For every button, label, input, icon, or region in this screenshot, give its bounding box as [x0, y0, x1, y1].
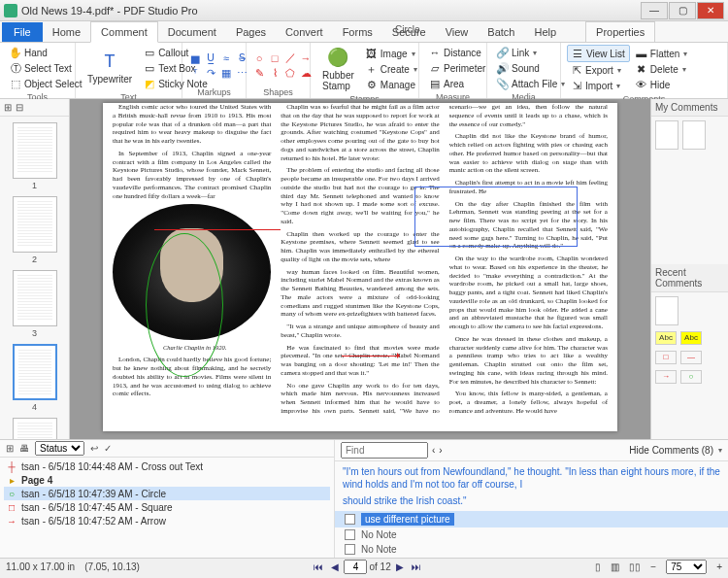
note-row[interactable]: No Note	[335, 542, 728, 557]
page-input[interactable]	[344, 560, 367, 574]
prev-page-button[interactable]: ◀	[328, 561, 342, 572]
shape-square[interactable]: □	[268, 51, 281, 65]
markup-replace[interactable]: ↷	[204, 67, 217, 81]
note-row[interactable]: No Note	[335, 527, 728, 542]
note-row[interactable]: use different picture	[335, 511, 728, 527]
view-list-button[interactable]: ☰View List	[567, 45, 630, 62]
next-page-button[interactable]: ▶	[393, 561, 407, 572]
tab-document[interactable]: Document	[158, 22, 226, 42]
view-continuous-icon[interactable]: ▥	[611, 561, 619, 572]
markup-squiggly[interactable]: ≈	[219, 51, 233, 65]
shape-pencil[interactable]: ✎	[252, 67, 266, 81]
shape-polygon[interactable]: ⬠	[283, 67, 297, 81]
check-icon[interactable]: ✓	[104, 443, 112, 454]
reply-icon[interactable]: ↩	[90, 443, 98, 454]
page-preview[interactable]	[682, 120, 706, 150]
flatten-button[interactable]: ▬Flatten▾	[632, 46, 692, 61]
sound-icon: 🔊	[497, 62, 509, 74]
expand-all-icon[interactable]: ⊞	[6, 443, 14, 454]
tab-home[interactable]: Home	[43, 22, 90, 42]
status-select[interactable]: Status	[35, 441, 84, 456]
export-button[interactable]: ⇱Export▾	[567, 62, 630, 78]
minimize-button[interactable]: —	[641, 2, 668, 19]
sound-button[interactable]: 🔊Sound	[493, 60, 569, 76]
tab-convert[interactable]: Convert	[276, 22, 333, 42]
tab-comment[interactable]: Comment	[90, 21, 158, 43]
import-button[interactable]: ⇲Import▾	[567, 78, 630, 93]
tab-properties[interactable]: Properties	[585, 21, 655, 42]
link-button[interactable]: 🔗Link▾	[493, 45, 569, 60]
thumb-tool-icon2[interactable]: ⊟	[16, 102, 23, 113]
swatch-abc[interactable]: Abc	[680, 331, 702, 345]
print-comments-icon[interactable]: 🖶	[19, 443, 29, 454]
tab-batch[interactable]: Batch	[478, 22, 524, 42]
last-page-button[interactable]: ⏭	[409, 561, 424, 572]
swatch-arrow[interactable]: →	[655, 370, 677, 384]
rubber-stamp-button[interactable]: 🟢Rubber Stamp	[316, 45, 360, 93]
tab-forms[interactable]: Forms	[333, 22, 382, 42]
hand-tool[interactable]: ✋Hand	[6, 45, 85, 60]
thumb-3[interactable]	[13, 270, 57, 326]
close-button[interactable]: ✕	[697, 2, 724, 19]
view-facing-icon[interactable]: ▯▯	[629, 561, 641, 572]
find-input[interactable]	[341, 442, 428, 459]
square-icon: □	[6, 501, 17, 513]
swatch-square[interactable]: □	[655, 351, 677, 364]
tab-view[interactable]: View	[436, 22, 479, 42]
zoom-in-button[interactable]: +	[716, 561, 722, 572]
manage-stamp-button[interactable]: ⚙Manage	[362, 77, 421, 92]
view-single-icon[interactable]: ▯	[595, 561, 601, 572]
comment-page-row[interactable]: ▸Page 4	[4, 473, 330, 487]
document-canvas[interactable]: English comic actor who toured the Unite…	[70, 99, 650, 439]
swatch-abc[interactable]: Abc	[655, 331, 677, 345]
find-next-icon[interactable]: ›	[439, 445, 442, 456]
shape-circle[interactable]: ○	[252, 51, 266, 65]
tab-help[interactable]: Help	[524, 22, 566, 42]
image-button[interactable]: 🖼Image▾	[362, 46, 421, 61]
attach-button[interactable]: 📎Attach File▾	[493, 76, 569, 91]
comment-row[interactable]: →tsan - 6/5/18 10:47:52 AM - Arrow	[4, 514, 330, 527]
area-button[interactable]: ▤Area	[425, 76, 489, 91]
typewriter-icon: T	[105, 51, 116, 72]
swatch-line[interactable]: —	[680, 351, 702, 364]
maximize-button[interactable]: ▢	[669, 2, 696, 19]
page-preview[interactable]	[655, 296, 678, 325]
hide-comments-toggle[interactable]: Hide Comments (8)	[629, 445, 713, 456]
thumb-2[interactable]	[13, 196, 57, 253]
markup-underline[interactable]: U̲	[204, 51, 217, 65]
comment-row[interactable]: ○tsan - 6/5/18 10:47:39 AM - Circle	[4, 487, 330, 500]
markup-area-hl[interactable]: ▦	[219, 67, 233, 81]
delete-button[interactable]: ✖Delete▾	[632, 61, 692, 77]
zoom-select[interactable]: 75	[666, 560, 707, 574]
select-text-tool[interactable]: ⓉSelect Text	[6, 60, 85, 76]
swatch-circle[interactable]: ○	[680, 370, 702, 384]
markup-insert[interactable]: ᵀ	[188, 67, 202, 81]
distance-icon: ↔	[429, 47, 441, 58]
zoom-out-button[interactable]: −	[650, 561, 656, 572]
distance-button[interactable]: ↔Distance	[425, 45, 489, 60]
hide-button[interactable]: 👁Hide	[632, 77, 692, 92]
typewriter-button[interactable]: TTypewriter	[82, 50, 138, 86]
shape-polyline[interactable]: ⌇	[268, 67, 281, 81]
thumb-5[interactable]	[13, 418, 57, 439]
create-stamp-button[interactable]: ＋Create▾	[362, 61, 421, 77]
object-select-tool[interactable]: ⬚Object Select	[6, 76, 85, 91]
checkbox[interactable]	[345, 529, 355, 540]
status-bar: 11.00 x 17.00 in (7.05, 10.13) ⏮ ◀ of 12…	[0, 558, 728, 575]
shape-line[interactable]: ／	[283, 51, 297, 65]
tab-file[interactable]: File	[2, 22, 43, 42]
page-preview[interactable]	[655, 120, 678, 150]
perimeter-button[interactable]: ▱Perimeter	[425, 60, 489, 76]
tab-pages[interactable]: Pages	[226, 22, 276, 42]
thumb-tool-icon[interactable]: ⊞	[4, 102, 12, 113]
comment-row[interactable]: □tsan - 6/5/18 10:47:45 AM - Square	[4, 500, 330, 514]
thumb-1[interactable]	[13, 122, 57, 179]
checkbox[interactable]	[345, 514, 355, 525]
markup-highlight[interactable]: ▅	[188, 51, 202, 65]
find-prev-icon[interactable]: ‹	[432, 445, 435, 456]
thumb-4[interactable]	[13, 344, 57, 400]
comment-row[interactable]: ┼tsan - 6/5/18 10:44:48 AM - Cross out T…	[4, 459, 330, 473]
checkbox[interactable]	[345, 544, 355, 555]
right-panel: My Comments Recent Comments AbcAbc □— →○	[650, 99, 728, 439]
first-page-button[interactable]: ⏮	[311, 561, 326, 572]
